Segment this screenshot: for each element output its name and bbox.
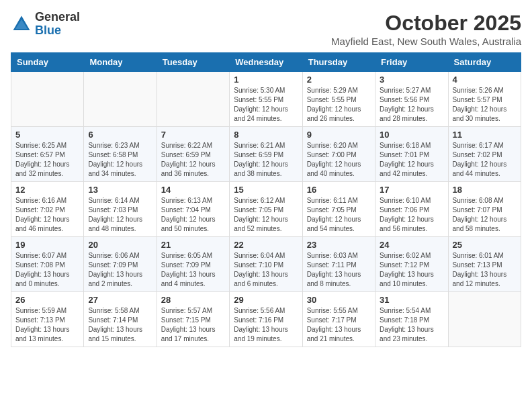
day-number: 21 <box>161 240 225 250</box>
day-info: Sunrise: 6:02 AM Sunset: 7:12 PM Dayligh… <box>380 251 443 289</box>
location-subtitle: Mayfield East, New South Wales, Australi… <box>331 36 521 47</box>
logo: General Blue <box>11 11 80 38</box>
day-info: Sunrise: 6:03 AM Sunset: 7:11 PM Dayligh… <box>307 251 371 289</box>
day-info: Sunrise: 6:08 AM Sunset: 7:07 PM Dayligh… <box>453 196 517 234</box>
day-info: Sunrise: 5:55 AM Sunset: 7:17 PM Dayligh… <box>307 306 371 344</box>
day-number: 2 <box>307 75 371 85</box>
day-info: Sunrise: 6:05 AM Sunset: 7:09 PM Dayligh… <box>161 251 225 289</box>
calendar-day-cell: 17Sunrise: 6:10 AM Sunset: 7:06 PM Dayli… <box>375 182 448 237</box>
day-info: Sunrise: 6:04 AM Sunset: 7:10 PM Dayligh… <box>234 251 298 289</box>
day-number: 12 <box>15 185 79 195</box>
day-number: 27 <box>88 295 152 305</box>
weekday-header-friday: Friday <box>375 53 448 72</box>
day-info: Sunrise: 6:22 AM Sunset: 6:59 PM Dayligh… <box>161 141 225 179</box>
calendar-day-cell: 3Sunrise: 5:27 AM Sunset: 5:56 PM Daylig… <box>375 72 448 127</box>
logo-blue-text: Blue <box>35 24 61 37</box>
calendar-day-cell: 8Sunrise: 6:21 AM Sunset: 6:59 PM Daylig… <box>230 127 302 182</box>
calendar-table: SundayMondayTuesdayWednesdayThursdayFrid… <box>11 52 521 347</box>
day-number: 23 <box>307 240 371 250</box>
calendar-week-row: 1Sunrise: 5:30 AM Sunset: 5:55 PM Daylig… <box>11 72 521 127</box>
day-info: Sunrise: 6:21 AM Sunset: 6:59 PM Dayligh… <box>234 141 298 179</box>
day-number: 17 <box>380 185 443 195</box>
day-number: 5 <box>15 130 79 140</box>
day-number: 1 <box>234 75 298 85</box>
day-info: Sunrise: 5:54 AM Sunset: 7:18 PM Dayligh… <box>380 306 443 344</box>
weekday-header-sunday: Sunday <box>11 53 84 72</box>
calendar-day-cell: 14Sunrise: 6:13 AM Sunset: 7:04 PM Dayli… <box>157 182 229 237</box>
calendar-day-cell: 31Sunrise: 5:54 AM Sunset: 7:18 PM Dayli… <box>375 292 448 347</box>
day-number: 26 <box>15 295 79 305</box>
calendar-day-cell: 12Sunrise: 6:16 AM Sunset: 7:02 PM Dayli… <box>11 182 84 237</box>
day-number: 10 <box>380 130 443 140</box>
calendar-day-cell: 10Sunrise: 6:18 AM Sunset: 7:01 PM Dayli… <box>375 127 448 182</box>
calendar-day-cell: 23Sunrise: 6:03 AM Sunset: 7:11 PM Dayli… <box>302 237 375 292</box>
day-number: 3 <box>380 75 443 85</box>
day-info: Sunrise: 6:01 AM Sunset: 7:13 PM Dayligh… <box>453 251 517 289</box>
calendar-day-cell: 4Sunrise: 5:26 AM Sunset: 5:57 PM Daylig… <box>448 72 521 127</box>
calendar-day-cell <box>448 292 521 347</box>
day-number: 18 <box>453 185 517 195</box>
day-info: Sunrise: 6:06 AM Sunset: 7:09 PM Dayligh… <box>88 251 152 289</box>
day-number: 15 <box>234 185 298 195</box>
calendar-day-cell: 29Sunrise: 5:56 AM Sunset: 7:16 PM Dayli… <box>230 292 302 347</box>
day-info: Sunrise: 5:26 AM Sunset: 5:57 PM Dayligh… <box>453 86 517 124</box>
calendar-day-cell: 22Sunrise: 6:04 AM Sunset: 7:10 PM Dayli… <box>230 237 302 292</box>
day-info: Sunrise: 5:56 AM Sunset: 7:16 PM Dayligh… <box>234 306 298 344</box>
weekday-header-wednesday: Wednesday <box>230 53 302 72</box>
calendar-day-cell: 15Sunrise: 6:12 AM Sunset: 7:05 PM Dayli… <box>230 182 302 237</box>
calendar-day-cell: 7Sunrise: 6:22 AM Sunset: 6:59 PM Daylig… <box>157 127 229 182</box>
calendar-day-cell: 30Sunrise: 5:55 AM Sunset: 7:17 PM Dayli… <box>302 292 375 347</box>
day-info: Sunrise: 5:59 AM Sunset: 7:13 PM Dayligh… <box>15 306 79 344</box>
weekday-header-row: SundayMondayTuesdayWednesdayThursdayFrid… <box>11 53 521 72</box>
weekday-header-monday: Monday <box>84 53 157 72</box>
day-number: 7 <box>161 130 225 140</box>
day-info: Sunrise: 5:27 AM Sunset: 5:56 PM Dayligh… <box>380 86 443 124</box>
day-number: 9 <box>307 130 371 140</box>
day-number: 6 <box>88 130 152 140</box>
day-number: 13 <box>88 185 152 195</box>
calendar-day-cell: 1Sunrise: 5:30 AM Sunset: 5:55 PM Daylig… <box>230 72 302 127</box>
day-number: 25 <box>453 240 517 250</box>
day-info: Sunrise: 6:13 AM Sunset: 7:04 PM Dayligh… <box>161 196 225 234</box>
day-number: 11 <box>453 130 517 140</box>
calendar-day-cell <box>84 72 157 127</box>
day-number: 29 <box>234 295 298 305</box>
calendar-day-cell: 19Sunrise: 6:07 AM Sunset: 7:08 PM Dayli… <box>11 237 84 292</box>
day-info: Sunrise: 5:30 AM Sunset: 5:55 PM Dayligh… <box>234 86 298 124</box>
day-info: Sunrise: 5:29 AM Sunset: 5:55 PM Dayligh… <box>307 86 371 124</box>
weekday-header-thursday: Thursday <box>302 53 375 72</box>
calendar-day-cell: 25Sunrise: 6:01 AM Sunset: 7:13 PM Dayli… <box>448 237 521 292</box>
day-info: Sunrise: 5:58 AM Sunset: 7:14 PM Dayligh… <box>88 306 152 344</box>
calendar-day-cell: 20Sunrise: 6:06 AM Sunset: 7:09 PM Dayli… <box>84 237 157 292</box>
day-info: Sunrise: 6:11 AM Sunset: 7:05 PM Dayligh… <box>307 196 371 234</box>
calendar-day-cell: 26Sunrise: 5:59 AM Sunset: 7:13 PM Dayli… <box>11 292 84 347</box>
calendar-day-cell: 5Sunrise: 6:25 AM Sunset: 6:57 PM Daylig… <box>11 127 84 182</box>
calendar-week-row: 12Sunrise: 6:16 AM Sunset: 7:02 PM Dayli… <box>11 182 521 237</box>
day-info: Sunrise: 6:18 AM Sunset: 7:01 PM Dayligh… <box>380 141 443 179</box>
day-number: 28 <box>161 295 225 305</box>
day-number: 14 <box>161 185 225 195</box>
day-info: Sunrise: 6:23 AM Sunset: 6:58 PM Dayligh… <box>88 141 152 179</box>
calendar-day-cell: 2Sunrise: 5:29 AM Sunset: 5:55 PM Daylig… <box>302 72 375 127</box>
day-info: Sunrise: 5:57 AM Sunset: 7:15 PM Dayligh… <box>161 306 225 344</box>
day-info: Sunrise: 6:07 AM Sunset: 7:08 PM Dayligh… <box>15 251 79 289</box>
calendar-week-row: 26Sunrise: 5:59 AM Sunset: 7:13 PM Dayli… <box>11 292 521 347</box>
day-number: 4 <box>453 75 517 85</box>
calendar-day-cell: 18Sunrise: 6:08 AM Sunset: 7:07 PM Dayli… <box>448 182 521 237</box>
day-info: Sunrise: 6:25 AM Sunset: 6:57 PM Dayligh… <box>15 141 79 179</box>
day-info: Sunrise: 6:10 AM Sunset: 7:06 PM Dayligh… <box>380 196 443 234</box>
day-number: 8 <box>234 130 298 140</box>
calendar-day-cell: 11Sunrise: 6:17 AM Sunset: 7:02 PM Dayli… <box>448 127 521 182</box>
day-info: Sunrise: 6:20 AM Sunset: 7:00 PM Dayligh… <box>307 141 371 179</box>
day-number: 22 <box>234 240 298 250</box>
logo-icon <box>11 13 32 35</box>
day-number: 16 <box>307 185 371 195</box>
day-info: Sunrise: 6:14 AM Sunset: 7:03 PM Dayligh… <box>88 196 152 234</box>
calendar-day-cell: 6Sunrise: 6:23 AM Sunset: 6:58 PM Daylig… <box>84 127 157 182</box>
calendar-day-cell: 16Sunrise: 6:11 AM Sunset: 7:05 PM Dayli… <box>302 182 375 237</box>
calendar-week-row: 5Sunrise: 6:25 AM Sunset: 6:57 PM Daylig… <box>11 127 521 182</box>
calendar-day-cell <box>157 72 229 127</box>
calendar-day-cell: 24Sunrise: 6:02 AM Sunset: 7:12 PM Dayli… <box>375 237 448 292</box>
calendar-day-cell: 27Sunrise: 5:58 AM Sunset: 7:14 PM Dayli… <box>84 292 157 347</box>
calendar-day-cell: 21Sunrise: 6:05 AM Sunset: 7:09 PM Dayli… <box>157 237 229 292</box>
